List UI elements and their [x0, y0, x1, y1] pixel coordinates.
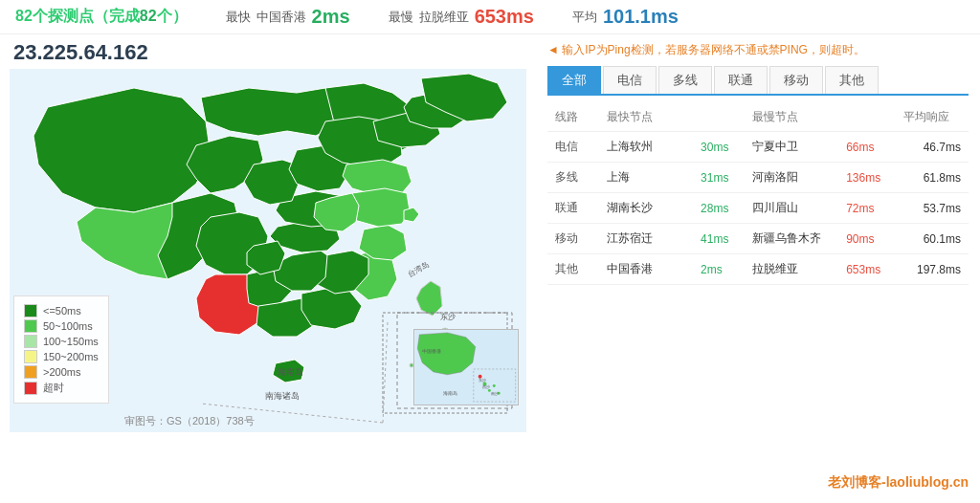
cell-slowest-ms: 136ms [838, 163, 896, 193]
cell-fastest-ms: 41ms [693, 224, 745, 254]
legend-label-2: 50~100ms [43, 320, 93, 332]
svg-text:中国香港: 中国香港 [422, 348, 441, 354]
svg-text:海南岛: 海南岛 [278, 367, 303, 377]
cell-fastest-ms: 28ms [693, 193, 745, 224]
table-row: 多线 上海 31ms 河南洛阳 136ms 61.8ms [547, 163, 969, 193]
map-container: 台湾岛 东沙 西沙 南沙群岛 海南岛 南海诸岛 <=50ms [10, 69, 526, 432]
cell-avg: 61.8ms [896, 163, 969, 193]
table-row: 联通 湖南长沙 28ms 四川眉山 72ms 53.7ms [547, 193, 969, 224]
slowest-label: 最慢 [389, 9, 413, 26]
cell-fastest-city: 中国香港 [599, 254, 693, 285]
avg-value: 101.1ms [603, 6, 679, 28]
legend-label-1: <=50ms [43, 305, 81, 317]
inset-map-svg: 中国香港 东沙 西沙 南沙 海南岛 [414, 330, 518, 405]
legend-color-1 [24, 304, 37, 317]
cell-fastest-ms: 2ms [693, 254, 745, 285]
cell-fastest-city: 湖南长沙 [599, 193, 693, 224]
svg-text:东沙: 东沙 [440, 313, 456, 321]
slowest-loc: 拉脱维亚 [419, 9, 469, 26]
cell-slowest-city: 拉脱维亚 [745, 254, 838, 285]
chart-number: 审图号：GS（2018）738号 [124, 414, 255, 428]
cell-fastest-ms: 30ms [693, 132, 745, 163]
table-header: 线路 最快节点 最慢节点 平均响应 [547, 103, 969, 132]
cell-route: 其他 [547, 254, 599, 285]
svg-marker-11 [301, 289, 362, 329]
cell-fastest-city: 上海 [599, 163, 693, 193]
fastest-value: 2ms [312, 6, 350, 28]
cell-slowest-city: 宁夏中卫 [745, 132, 838, 163]
table-row: 电信 上海软州 30ms 宁夏中卫 66ms 46.7ms [547, 132, 969, 163]
probe-suffix-label: 个） [157, 8, 188, 24]
cell-avg: 46.7ms [896, 132, 969, 163]
legend-label-3: 100~150ms [43, 336, 99, 347]
svg-text:西沙: 西沙 [482, 384, 490, 389]
tab-bar: 全部 电信 多线 联通 移动 其他 [547, 66, 969, 96]
svg-text:东沙: 东沙 [479, 378, 486, 383]
cell-fastest-city: 上海软州 [599, 132, 693, 163]
probe-count-value: 82 [140, 8, 157, 24]
th-slowest-ms [838, 103, 896, 132]
th-avg: 平均响应 [896, 103, 969, 132]
svg-point-53 [493, 384, 496, 387]
tab-mobile[interactable]: 移动 [769, 66, 823, 94]
table-body: 电信 上海软州 30ms 宁夏中卫 66ms 46.7ms 多线 上海 31ms… [547, 132, 969, 285]
svg-text:南沙: 南沙 [491, 391, 499, 396]
tab-telecom[interactable]: 电信 [603, 66, 657, 94]
cell-avg: 53.7ms [896, 193, 969, 224]
cell-avg: 197.8ms [896, 254, 969, 285]
cell-slowest-ms: 72ms [838, 193, 896, 224]
cell-route: 联通 [547, 193, 599, 224]
avg-item: 平均 101.1ms [572, 6, 679, 28]
th-route: 线路 [547, 103, 599, 132]
legend-color-4 [24, 350, 37, 363]
svg-text:海南岛: 海南岛 [443, 390, 457, 396]
th-fastest-ms [693, 103, 745, 132]
fastest-item: 最快 中国香港 2ms [226, 6, 350, 28]
cell-fastest-ms: 31ms [693, 163, 745, 193]
legend-item-5: >200ms [24, 365, 99, 379]
legend-item-3: 100~150ms [24, 335, 99, 348]
legend-item-1: <=50ms [24, 304, 99, 317]
legend-item-2: 50~100ms [24, 319, 99, 333]
legend-item-4: 150~200ms [24, 350, 99, 363]
legend-color-2 [24, 319, 37, 333]
table-row: 其他 中国香港 2ms 拉脱维亚 653ms 197.8ms [547, 254, 969, 285]
cell-route: 移动 [547, 224, 599, 254]
cell-slowest-city: 四川眉山 [745, 193, 838, 224]
probe-info: 82个探测点（完成82个） [15, 7, 188, 27]
ip-title: 23.225.64.162 [10, 40, 526, 65]
cell-fastest-city: 江苏宿迁 [599, 224, 693, 254]
legend-label-6: 超时 [43, 381, 64, 395]
cell-slowest-ms: 653ms [838, 254, 896, 285]
brand-link: 老刘博客-laoliublog.cn [547, 465, 969, 492]
top-bar: 82个探测点（完成82个） 最快 中国香港 2ms 最慢 拉脱维亚 653ms … [0, 0, 980, 34]
ping-table: 线路 最快节点 最慢节点 平均响应 电信 上海软州 30ms 宁夏中卫 66ms… [547, 103, 969, 285]
legend-color-6 [24, 382, 37, 395]
legend-item-6: 超时 [24, 381, 99, 395]
table-header-row: 线路 最快节点 最慢节点 平均响应 [547, 103, 969, 132]
table-row: 移动 江苏宿迁 41ms 新疆乌鲁木齐 90ms 60.1ms [547, 224, 969, 254]
legend-color-3 [24, 335, 37, 348]
legend-label-4: 150~200ms [43, 351, 99, 362]
right-panel: ◄ 输入IP为Ping检测，若服务器网络不通或禁PING，则超时。 全部 电信 … [536, 34, 980, 499]
slowest-value: 653ms [475, 6, 534, 28]
tab-unicom[interactable]: 联通 [714, 66, 768, 94]
cell-avg: 60.1ms [896, 224, 969, 254]
cell-slowest-ms: 66ms [838, 132, 896, 163]
cell-slowest-city: 新疆乌鲁木齐 [745, 224, 838, 254]
fastest-label: 最快 [226, 9, 251, 26]
left-panel: 23.225.64.162 [0, 34, 536, 499]
main-content: 23.225.64.162 [0, 34, 980, 499]
cell-route: 电信 [547, 132, 599, 163]
ping-hint: ◄ 输入IP为Ping检测，若服务器网络不通或禁PING，则超时。 [547, 42, 969, 58]
map-legend: <=50ms 50~100ms 100~150ms 150~200ms >200… [13, 295, 109, 404]
tab-other[interactable]: 其他 [825, 66, 879, 94]
th-fastest-node: 最快节点 [599, 103, 693, 132]
probe-count-item: 82个探测点（完成82个） [15, 7, 188, 27]
cell-slowest-ms: 90ms [838, 224, 896, 254]
legend-label-5: >200ms [43, 366, 80, 378]
svg-text:南海诸岛: 南海诸岛 [265, 391, 300, 401]
tab-multiline[interactable]: 多线 [658, 66, 712, 94]
tab-all[interactable]: 全部 [547, 66, 601, 94]
cell-slowest-city: 河南洛阳 [745, 163, 838, 193]
